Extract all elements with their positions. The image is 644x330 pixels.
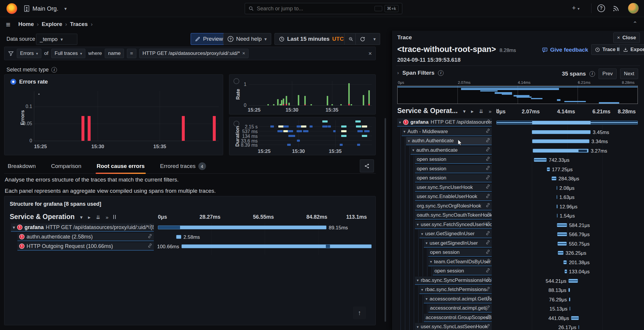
span-bar[interactable] xyxy=(557,186,558,190)
rate-bar[interactable] xyxy=(277,99,279,105)
link-icon[interactable] xyxy=(486,287,490,293)
scroll-to-top-button[interactable]: ↑ xyxy=(353,306,366,319)
span-row[interactable]: user.sync.SyncUserHook2.08μs xyxy=(392,183,644,193)
info-icon[interactable]: i xyxy=(51,67,57,73)
rate-error-bar[interactable] xyxy=(348,104,350,105)
rate-error-bar[interactable] xyxy=(283,104,284,105)
rate-bar[interactable] xyxy=(288,103,290,105)
span-bar[interactable] xyxy=(569,298,570,301)
span-row[interactable]: open session742.33μs xyxy=(392,155,644,165)
span-name-cell[interactable]: accesscontrol.acimpl.get( xyxy=(428,304,492,313)
span-bar[interactable] xyxy=(558,251,563,255)
rate-bar[interactable] xyxy=(310,104,312,105)
span-bar[interactable] xyxy=(552,177,556,180)
span-bar[interactable] xyxy=(578,325,579,329)
refresh-button[interactable]: ▾ xyxy=(355,33,380,45)
duration-panel[interactable]: Duration 2.15 s537 ms134 ms33.6 ms8.39 m… xyxy=(229,117,376,155)
span-name-cell[interactable]: open session xyxy=(428,249,492,257)
rate-bar[interactable] xyxy=(281,100,282,105)
span-row[interactable]: open session326.25μs xyxy=(392,248,644,258)
add-new-button[interactable]: + ▾ xyxy=(572,4,580,12)
link-icon[interactable] xyxy=(486,221,490,228)
span-name-cell[interactable]: ▾rbac.sync.fetchPermissions xyxy=(419,286,492,294)
span-row[interactable]: open session133.04μs xyxy=(392,267,644,276)
link-icon[interactable] xyxy=(486,138,490,144)
span-name-cell[interactable]: ▾authn.Authenticate xyxy=(406,137,492,145)
span-bar[interactable] xyxy=(532,139,589,143)
heatmap-cell[interactable] xyxy=(277,130,283,132)
rate-bar[interactable] xyxy=(304,96,306,104)
filter-fn-select[interactable]: Errors▾ xyxy=(17,49,41,58)
link-icon[interactable] xyxy=(486,156,490,163)
chevron-down-icon[interactable]: ▾ xyxy=(412,148,414,152)
span-name-cell[interactable]: open session xyxy=(415,165,492,173)
rate-bar[interactable] xyxy=(267,104,269,105)
rate-bar[interactable] xyxy=(279,104,281,105)
rate-bar[interactable] xyxy=(368,90,370,104)
link-icon[interactable] xyxy=(486,324,490,330)
rate-bar[interactable] xyxy=(351,104,352,105)
rate-panel[interactable]: Rate 0115:2515:3015:35 xyxy=(229,74,376,115)
span-name-cell[interactable]: user.sync.SyncUserHook xyxy=(415,184,492,192)
remove-filter-icon[interactable]: × xyxy=(242,50,245,56)
rate-error-bar[interactable] xyxy=(286,104,287,105)
link-icon[interactable] xyxy=(486,296,490,302)
span-name-cell[interactable]: ▾user.GetSignedInUser xyxy=(419,230,492,238)
tab-root-cause-errors[interactable]: Root cause errors xyxy=(96,160,146,174)
chevron-down-icon[interactable]: ▾ xyxy=(403,129,406,134)
heatmap-cell[interactable] xyxy=(297,130,302,132)
link-icon[interactable] xyxy=(486,212,490,218)
tab-comparison[interactable]: Comparison xyxy=(50,160,82,174)
rate-error-bar[interactable] xyxy=(368,104,370,105)
span-bar[interactable] xyxy=(568,279,578,283)
span-name-cell[interactable]: user.sync.EnableUserHook xyxy=(415,193,492,201)
tab-breakdown[interactable]: Breakdown xyxy=(6,160,37,174)
heatmap-cell[interactable] xyxy=(356,125,361,128)
span-bar[interactable] xyxy=(158,226,326,229)
info-icon[interactable]: i xyxy=(589,71,595,77)
structure-row[interactable]: !authn.authenticate (2.58ms)2.58ms xyxy=(4,232,376,241)
span-row[interactable]: ▾Auth - Middleware3.45ms xyxy=(392,128,644,137)
chevron-down-icon[interactable]: ▾ xyxy=(13,225,15,230)
heatmap-cell[interactable] xyxy=(357,144,360,146)
close-trace-button[interactable]: × Close xyxy=(613,32,640,43)
span-bar[interactable] xyxy=(557,214,558,218)
filter-field[interactable]: name xyxy=(105,49,124,58)
global-search[interactable]: ⌘+k xyxy=(245,3,402,14)
error-bar[interactable] xyxy=(81,116,84,141)
heatmap-cell[interactable] xyxy=(301,125,306,128)
rate-bar[interactable] xyxy=(327,96,328,105)
tab-errored-traces[interactable]: Errored traces4 xyxy=(159,159,207,174)
link-icon[interactable] xyxy=(486,147,490,153)
heatmap-cell[interactable] xyxy=(297,140,300,142)
span-name-cell[interactable]: ▾!grafanaHTTP GET /api/datasources/pr xyxy=(397,118,492,127)
span-row[interactable]: ▾user.sync.FetchSyncedUserHook584.21μs xyxy=(392,220,644,230)
link-icon[interactable] xyxy=(486,240,490,246)
span-row[interactable]: accesscontrol.GroupScopesBy441.08μs xyxy=(392,313,644,323)
rate-error-bar[interactable] xyxy=(304,104,306,105)
preview-button[interactable]: Preview xyxy=(191,33,228,45)
heatmap-cell[interactable] xyxy=(340,144,343,146)
heatmap-cell[interactable] xyxy=(333,130,336,132)
time-range-picker[interactable]: Last 15 minutes UTC ▾ xyxy=(274,33,353,45)
need-help-button[interactable]: ? Need help▾ xyxy=(223,33,271,45)
breadcrumb-item[interactable]: Traces xyxy=(70,21,88,27)
span-row[interactable]: open session177.25μs xyxy=(392,165,644,174)
heatmap-cell[interactable] xyxy=(355,120,361,122)
span-row[interactable]: oauth.sync.SyncOauthTokenHook1.54μs xyxy=(392,211,644,220)
span-row[interactable]: ▾authn.Authenticate3.34ms xyxy=(392,137,644,146)
span-bar[interactable] xyxy=(568,288,570,292)
link-icon[interactable] xyxy=(486,314,490,321)
link-icon[interactable] xyxy=(486,194,490,200)
span-name-cell[interactable]: org.sync.SyncOrgRolesHook xyxy=(415,202,492,210)
heatmap-cell[interactable] xyxy=(270,125,274,128)
rate-bar[interactable] xyxy=(283,99,284,104)
span-row[interactable]: ▾user.GetSignedInUser566.79μs xyxy=(392,230,644,239)
breadcrumb-item[interactable]: Explore xyxy=(42,21,62,27)
heatmap-cell[interactable] xyxy=(310,125,313,128)
chevron-down-icon[interactable]: ▾ xyxy=(417,325,419,329)
span-filters-row[interactable]: › Span Filters i xyxy=(397,70,444,76)
news-icon[interactable] xyxy=(613,5,620,12)
structure-row[interactable]: !HTTP Outgoing Request (100.66ms)100.66m… xyxy=(4,242,376,251)
span-bar[interactable] xyxy=(534,158,547,162)
